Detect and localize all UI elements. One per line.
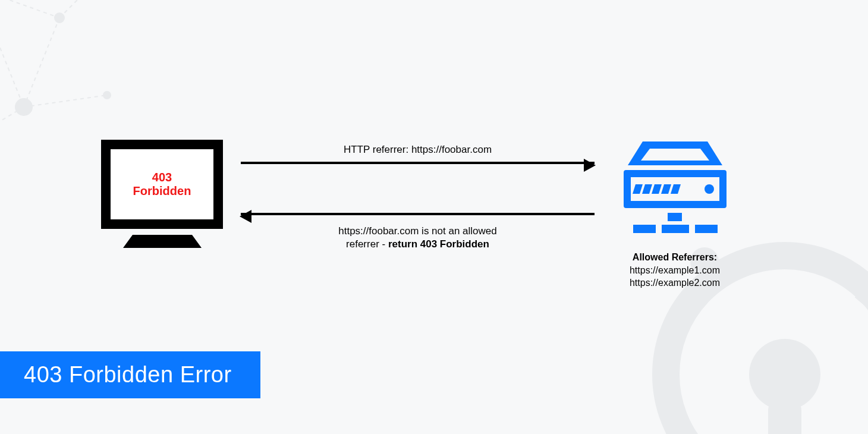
page-title: 403 Forbidden Error (0, 351, 260, 398)
allowed-referrers-header: Allowed Referrers: (618, 251, 731, 264)
arrow-right-icon (584, 159, 596, 172)
response-line2: referrer - return 403 Forbidden (241, 238, 595, 251)
request-arrow (241, 162, 595, 164)
svg-rect-31 (662, 225, 689, 233)
svg-rect-32 (695, 225, 718, 233)
svg-line-4 (24, 95, 107, 107)
allowed-referrer-1: https://example1.com (618, 264, 731, 277)
svg-line-0 (0, 0, 59, 18)
server-block: Allowed Referrers: https://example1.com … (618, 137, 731, 290)
svg-point-11 (103, 92, 111, 99)
svg-line-1 (59, 0, 101, 18)
arrow-line-icon (241, 162, 595, 164)
server-caption: Allowed Referrers: https://example1.com … (618, 251, 731, 290)
response-line1: https://foobar.com is not an allowed (241, 225, 595, 238)
svg-rect-16 (855, 290, 868, 315)
svg-point-28 (705, 184, 714, 194)
svg-point-13 (749, 339, 820, 410)
svg-rect-30 (633, 225, 656, 233)
monitor-screen: 403 Forbidden (111, 149, 213, 219)
arrow-left-icon (240, 210, 251, 223)
svg-rect-14 (768, 398, 801, 434)
allowed-referrer-2: https://example2.com (618, 276, 731, 290)
svg-point-9 (15, 99, 32, 115)
svg-rect-29 (668, 213, 682, 221)
response-label: https://foobar.com is not an allowed ref… (241, 225, 595, 251)
monitor-icon: 403 Forbidden (101, 140, 223, 229)
svg-line-5 (0, 0, 24, 107)
monitor-stand-icon (123, 235, 202, 248)
response-line2-bold: return 403 Forbidden (388, 238, 489, 250)
server-icon (620, 137, 730, 244)
svg-marker-20 (641, 149, 709, 161)
request-label: HTTP referrer: https://foobar.com (241, 144, 595, 156)
diagram-canvas: 403 Forbidden HTTP referrer: https://foo… (0, 0, 868, 434)
arrow-line-icon (241, 213, 595, 215)
svg-point-7 (55, 13, 64, 23)
svg-line-3 (0, 107, 24, 143)
client-monitor: 403 Forbidden (101, 140, 223, 248)
svg-line-2 (24, 18, 59, 107)
response-arrow (241, 213, 595, 215)
error-text: Forbidden (133, 184, 191, 198)
error-code: 403 (152, 171, 172, 184)
response-line2-prefix: referrer - (346, 238, 388, 250)
